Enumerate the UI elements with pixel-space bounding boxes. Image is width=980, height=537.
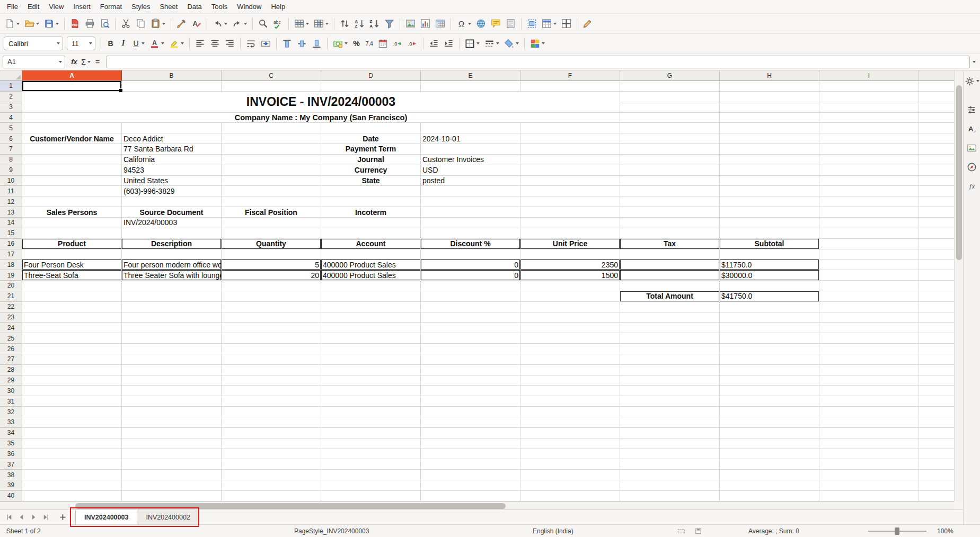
sheet-tab-inv202400003[interactable]: INV202400003	[75, 510, 137, 524]
cell-f19[interactable]: 1500	[520, 270, 620, 281]
cell-a9[interactable]	[22, 165, 122, 176]
cell-d26[interactable]	[321, 344, 421, 354]
cell-d17[interactable]	[321, 249, 421, 260]
cell-h33[interactable]	[720, 417, 819, 428]
cell-a8[interactable]	[22, 155, 122, 165]
freeze-rows-columns-button-dropdown-arrow[interactable]	[553, 23, 557, 25]
cell-e40[interactable]	[421, 491, 520, 502]
cell-g2[interactable]	[620, 92, 720, 102]
cell-i36[interactable]	[819, 449, 919, 460]
cell-h27[interactable]	[720, 354, 819, 365]
menu-tools[interactable]: Tools	[207, 1, 232, 12]
sidebar-properties-tab[interactable]	[965, 102, 979, 117]
sheet-tab-inv202400002[interactable]: INV202400002	[137, 510, 199, 524]
insert-comment-button[interactable]	[489, 16, 503, 32]
cell-e25[interactable]	[421, 333, 520, 344]
cell-i37[interactable]	[819, 459, 919, 470]
cell-g32[interactable]	[620, 407, 720, 417]
cell-g29[interactable]	[620, 375, 720, 386]
background-color-button-dropdown-arrow[interactable]	[516, 42, 519, 44]
cell-b17[interactable]	[122, 249, 222, 260]
cell-f11[interactable]	[520, 186, 620, 196]
cell-d10[interactable]: State	[321, 176, 421, 186]
cell-c15[interactable]	[222, 228, 321, 239]
column-header-h[interactable]: H	[720, 70, 819, 81]
cell-h40[interactable]	[720, 491, 819, 502]
last-sheet-button[interactable]	[40, 512, 52, 523]
cell-f17[interactable]	[520, 249, 620, 260]
cell-i25[interactable]	[819, 333, 919, 344]
cell-c18[interactable]: 5	[222, 259, 321, 270]
cell-j8[interactable]	[919, 155, 954, 165]
cell-f24[interactable]	[520, 323, 620, 333]
cell-c35[interactable]	[222, 438, 321, 449]
cell-f36[interactable]	[520, 449, 620, 460]
bold-button[interactable]: B	[104, 35, 117, 51]
row-header-1[interactable]: 1	[0, 81, 22, 92]
cell-d13[interactable]: Incoterm	[321, 207, 421, 218]
cut-button[interactable]	[119, 16, 133, 32]
borders-button[interactable]	[463, 35, 482, 51]
cell-i3[interactable]	[819, 102, 919, 113]
cell-d11[interactable]	[321, 186, 421, 196]
open-button[interactable]	[22, 16, 41, 32]
row-header-28[interactable]: 28	[0, 365, 22, 375]
cell-g10[interactable]	[620, 176, 720, 186]
cell-h14[interactable]	[720, 218, 819, 228]
row-header-13[interactable]: 13	[0, 207, 22, 218]
cell-g35[interactable]	[620, 438, 720, 449]
cell-b14[interactable]: INV/2024/00003	[122, 218, 222, 228]
cell-e19[interactable]: 0	[421, 270, 520, 281]
select-all-button[interactable]	[0, 70, 22, 81]
cell-b24[interactable]	[122, 323, 222, 333]
insert-column-button[interactable]	[312, 16, 331, 32]
cell-f40[interactable]	[520, 491, 620, 502]
row-header-30[interactable]: 30	[0, 386, 22, 396]
cell-c36[interactable]	[222, 449, 321, 460]
document-modified-icon[interactable]	[694, 527, 702, 535]
cell-d34[interactable]	[321, 428, 421, 438]
cell-e32[interactable]	[421, 407, 520, 417]
cell-h3[interactable]	[720, 102, 819, 113]
cell-a27[interactable]	[22, 354, 122, 365]
cell-a21[interactable]	[22, 291, 122, 302]
selection-mode-icon[interactable]	[677, 527, 685, 535]
cell-c32[interactable]	[222, 407, 321, 417]
row-header-25[interactable]: 25	[0, 333, 22, 344]
cell-h18[interactable]: $11750.0	[720, 259, 819, 270]
cell-b23[interactable]	[122, 312, 222, 323]
cell-c16[interactable]: Quantity	[222, 239, 321, 249]
cell-g1[interactable]	[620, 81, 720, 92]
cell-g28[interactable]	[620, 365, 720, 375]
cell-d23[interactable]	[321, 312, 421, 323]
cell-a19[interactable]: Three-Seat Sofa	[22, 270, 122, 281]
sort-ascending-button[interactable]: AZ	[352, 16, 367, 32]
border-style-button-dropdown-arrow[interactable]	[496, 42, 499, 44]
sidebar-styles-tab[interactable]: A	[965, 121, 979, 136]
cell-g40[interactable]	[620, 491, 720, 502]
cell-i30[interactable]	[819, 386, 919, 396]
cell-h39[interactable]	[720, 480, 819, 491]
row-header-24[interactable]: 24	[0, 323, 22, 333]
cell-j2[interactable]	[919, 92, 954, 102]
cell-g18[interactable]	[620, 259, 720, 270]
cell-e9[interactable]: USD	[421, 165, 520, 176]
row-header-17[interactable]: 17	[0, 249, 22, 260]
cell-b30[interactable]	[122, 386, 222, 396]
cell-e7[interactable]	[421, 144, 520, 155]
cell-i14[interactable]	[819, 218, 919, 228]
cell-g20[interactable]	[620, 281, 720, 291]
cell-c14[interactable]	[222, 218, 321, 228]
cell-b31[interactable]	[122, 396, 222, 407]
spelling-button[interactable]: abc	[271, 16, 285, 32]
cell-c29[interactable]	[222, 375, 321, 386]
merge-cells-button[interactable]	[259, 35, 273, 51]
cell-f22[interactable]	[520, 302, 620, 312]
cell-f38[interactable]	[520, 470, 620, 480]
insert-row-button[interactable]	[292, 16, 311, 32]
row-header-38[interactable]: 38	[0, 470, 22, 480]
row-header-33[interactable]: 33	[0, 417, 22, 428]
insert-special-character-button-dropdown-arrow[interactable]	[468, 23, 471, 25]
vertical-scrollbar[interactable]	[954, 70, 963, 502]
cell-j16[interactable]	[919, 239, 954, 249]
